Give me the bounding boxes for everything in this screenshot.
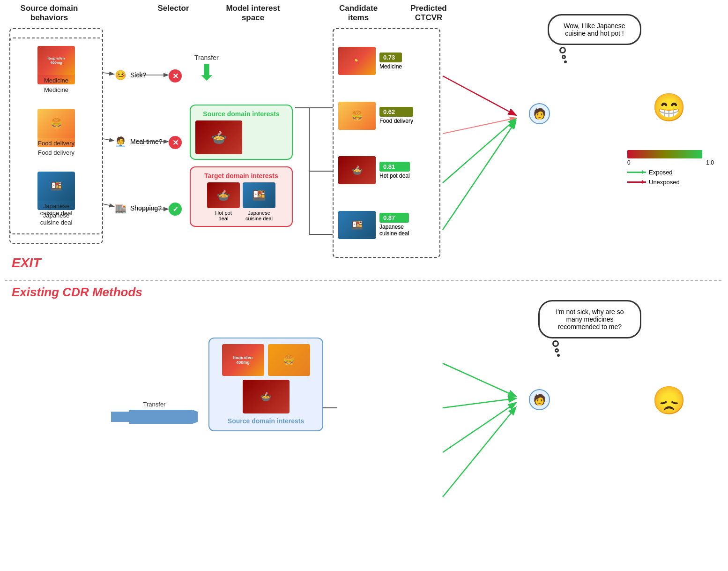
target-interest-imgs: 🍲 Hot potdeal 🍱 Japanesecuisine deal bbox=[195, 182, 287, 221]
happy-emoji-top: 😁 bbox=[652, 91, 686, 123]
source-interest-label: Source domain interests bbox=[195, 110, 287, 118]
food-item-bottom: 🍔 Food delivery bbox=[37, 109, 75, 147]
medicine-item-bottom: Ibuprofen400mg Medicine bbox=[37, 46, 75, 84]
target-japanese-img: 🍱 bbox=[243, 182, 275, 208]
svg-line-1 bbox=[103, 73, 113, 74]
svg-line-3 bbox=[103, 139, 113, 141]
japanese-img-bottom: 🍱 bbox=[37, 172, 75, 201]
japanese-name-bottom: Japanesecuisine deal bbox=[379, 224, 409, 237]
thought-bubble-bottom-content: I'm not sick, why are so many medicines … bbox=[538, 300, 641, 338]
blue-box-bottom-row: 🍲 bbox=[243, 380, 290, 413]
cross-sick: ✕ bbox=[169, 69, 182, 83]
legend-unexposed-arrow bbox=[627, 181, 646, 183]
cross-meal-mark: ✕ bbox=[169, 136, 182, 149]
thought-bubble-top-content: Wow, I like Japanese cuisine and hot pot… bbox=[548, 14, 641, 45]
hotpot-name-bottom: Hot pot deal bbox=[379, 173, 410, 179]
svg-line-8 bbox=[443, 118, 515, 134]
candidate-food-img-bottom: 🍔 bbox=[338, 102, 376, 130]
svg-line-9 bbox=[443, 120, 515, 183]
exit-label: EXIT bbox=[12, 255, 41, 270]
selector-meal: 🧑‍💼 Meal time? bbox=[115, 136, 162, 147]
main-container: Source domainbehaviors Selector Model in… bbox=[0, 0, 728, 571]
source-domain-blue-label: Source domain interests bbox=[228, 417, 304, 425]
cross-sick-mark: ✕ bbox=[169, 69, 182, 83]
legend-unexposed: Unexposed bbox=[627, 179, 714, 186]
svg-line-12 bbox=[443, 398, 515, 408]
legend-exposed-arrow bbox=[627, 172, 646, 173]
candidate-japanese-bottom: 🍱 0.87 Japanesecuisine deal bbox=[338, 211, 435, 239]
sick-label: Sick? bbox=[130, 71, 146, 79]
col-header-predicted: PredictedCTCVR bbox=[398, 4, 459, 23]
col-header-selector: Selector bbox=[150, 4, 197, 13]
blue-japanese-img: 🍲 bbox=[243, 380, 290, 413]
legend-exposed: Exposed bbox=[627, 169, 714, 176]
sick-emoji: 🤒 bbox=[115, 69, 126, 81]
candidate-hotpot-score-bottom: 0.81 Hot pot deal bbox=[379, 162, 410, 179]
hotpot-badge-bottom: 0.81 bbox=[379, 162, 410, 172]
thought-bubble-bottom: I'm not sick, why are so many medicines … bbox=[538, 300, 641, 357]
japanese-item-bottom: 🍱 Japanesecuisine deal bbox=[37, 172, 75, 217]
user-avatar-bottom-img: 🧑 bbox=[529, 389, 550, 410]
source-hotpot-img: 🍲 bbox=[195, 120, 242, 154]
candidate-medicine-img-bottom: 💊 bbox=[338, 47, 376, 75]
candidate-medicine-score-bottom: 0.73 Medicine bbox=[379, 53, 402, 70]
bubble-dot-b3 bbox=[557, 354, 560, 357]
selector-sick: 🤒 Sick? bbox=[115, 69, 146, 81]
candidate-japanese-score-bottom: 0.87 Japanesecuisine deal bbox=[379, 213, 409, 237]
thought-bubble-tail bbox=[548, 47, 641, 63]
target-hotpot: 🍲 Hot potdeal bbox=[207, 182, 240, 221]
japanese-badge-bottom: 0.87 bbox=[379, 213, 409, 223]
candidate-hotpot-img-bottom: 🍲 bbox=[338, 156, 376, 184]
transfer-bottom: Transfer bbox=[111, 401, 198, 424]
check-shopping: ✓ bbox=[169, 203, 182, 216]
target-interest-label: Target domain interests bbox=[195, 172, 287, 180]
medicine-badge-bottom: 0.73 bbox=[379, 53, 402, 62]
blue-burger-img: 🍔 bbox=[268, 344, 310, 376]
bubble-dot-b1 bbox=[552, 340, 559, 347]
target-japanese-label: Japanesecuisine deal bbox=[245, 210, 273, 221]
candidate-col-bottom: 💊 0.73 Medicine 🍔 0.62 Food delivery 🍲 0… bbox=[333, 28, 440, 258]
col-header-source: Source domainbehaviors bbox=[12, 4, 87, 23]
food-label-bottom: Food delivery bbox=[38, 140, 74, 147]
user-avatar-bottom: 🧑 bbox=[529, 389, 550, 410]
existing-cdr-label: Existing CDR Methods bbox=[12, 285, 142, 300]
medicine-name-bottom: Medicine bbox=[379, 63, 402, 70]
svg-line-11 bbox=[443, 363, 515, 396]
check-shopping-mark: ✓ bbox=[169, 203, 182, 216]
food-name-bottom: Food delivery bbox=[379, 118, 413, 124]
user-avatar-top: 🧑 bbox=[529, 103, 550, 124]
thought-bubble-bottom-tail bbox=[538, 340, 641, 357]
food-badge-bottom: 0.62 bbox=[379, 107, 413, 117]
medicine-img-bottom: Ibuprofen400mg bbox=[37, 46, 75, 75]
svg-line-5 bbox=[103, 204, 113, 206]
medicine-label-bottom: Medicine bbox=[44, 77, 68, 84]
shopping-label: Shopping? bbox=[130, 204, 162, 212]
target-interest-box: Target domain interests 🍲 Hot potdeal 🍱 … bbox=[190, 166, 293, 227]
svg-line-7 bbox=[443, 76, 515, 115]
legend-max: 1.0 bbox=[706, 159, 714, 166]
meal-emoji: 🧑‍💼 bbox=[115, 136, 126, 147]
candidate-hotpot-bottom: 🍲 0.81 Hot pot deal bbox=[338, 156, 435, 184]
bubble-dot-b2 bbox=[555, 348, 559, 353]
transfer-arrow-svg bbox=[111, 410, 198, 424]
candidate-food-bottom: 🍔 0.62 Food delivery bbox=[338, 102, 435, 130]
section-divider bbox=[5, 280, 721, 281]
svg-line-13 bbox=[443, 403, 515, 452]
candidate-japanese-img-bottom: 🍱 bbox=[338, 211, 376, 239]
sad-emoji-bottom: 😞 bbox=[652, 384, 686, 416]
transfer-arrow-bottom bbox=[111, 410, 198, 424]
blue-ibuprofen-img: Ibuprofen400mg bbox=[222, 344, 264, 376]
bubble-dot-1 bbox=[559, 47, 566, 53]
legend-exposed-label: Exposed bbox=[649, 169, 673, 176]
target-hotpot-label: Hot potdeal bbox=[215, 210, 231, 221]
col-header-model: Model interestspace bbox=[215, 4, 290, 23]
meal-label: Meal time? bbox=[130, 138, 162, 145]
bottom-source-box: Ibuprofen400mg Medicine 🍔 Food delivery … bbox=[9, 28, 103, 234]
target-hotpot-img: 🍲 bbox=[207, 182, 240, 208]
source-interest-box: Source domain interests 🍲 bbox=[190, 105, 293, 160]
source-interest-img: 🍲 bbox=[195, 120, 242, 154]
bubble-dot-3 bbox=[564, 60, 567, 63]
legend-labels: 0 1.0 bbox=[627, 159, 714, 166]
col-header-candidate: Candidateitems bbox=[328, 4, 389, 23]
legend-gradient bbox=[627, 150, 702, 158]
